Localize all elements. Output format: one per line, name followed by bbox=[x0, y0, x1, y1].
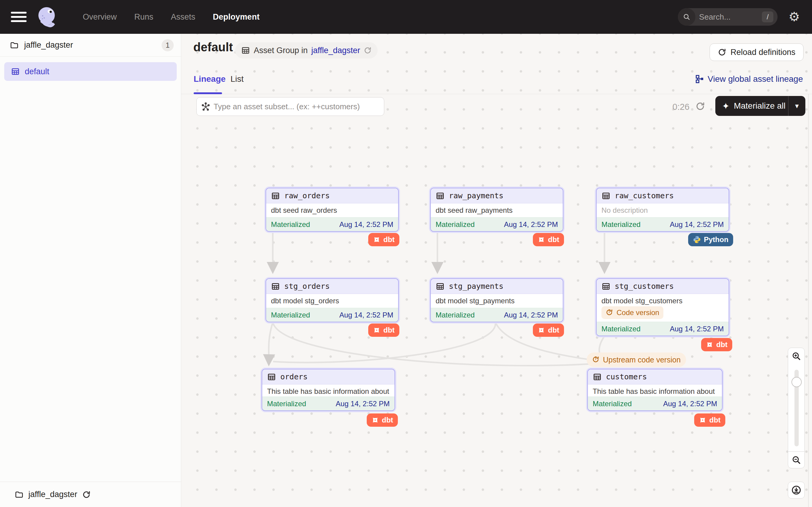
table-icon bbox=[601, 191, 611, 201]
python-logo-icon bbox=[693, 236, 701, 243]
materialized-time: Aug 14, 2:52 PM bbox=[663, 400, 717, 408]
asset-group-icon bbox=[241, 46, 250, 55]
dbt-logo-icon bbox=[538, 236, 545, 243]
sidebar-group-jaffle-dagster[interactable]: jaffle_dagster 1 bbox=[0, 34, 181, 57]
search-icon bbox=[678, 8, 695, 25]
materialize-all-label: Materialize all bbox=[734, 101, 785, 111]
nav-deployment[interactable]: Deployment bbox=[213, 12, 260, 22]
asset-description: dbt seed raw_payments bbox=[436, 206, 558, 215]
upstream-code-version-chip: ! Upstream code version bbox=[587, 352, 686, 367]
folder-icon bbox=[14, 490, 23, 499]
code-version-label: Code version bbox=[617, 308, 659, 317]
code-version-chip: ! Code version bbox=[601, 306, 663, 319]
asset-group-breadcrumb: Asset Group in jaffle_dagster bbox=[235, 42, 377, 59]
code-version-icon: ! bbox=[606, 309, 614, 317]
zoom-out-button[interactable] bbox=[788, 451, 805, 468]
global-search[interactable]: / bbox=[678, 8, 777, 25]
asset-subset-input[interactable] bbox=[214, 102, 379, 111]
asset-group-icon bbox=[11, 67, 20, 76]
python-kind-badge[interactable]: Python bbox=[688, 233, 733, 246]
kind-label: dbt bbox=[716, 340, 727, 349]
zoom-slider-thumb[interactable] bbox=[792, 377, 802, 387]
upstream-code-version-label: Upstream code version bbox=[603, 355, 680, 364]
asset-description: No description bbox=[601, 206, 724, 215]
zoom-slider[interactable] bbox=[788, 364, 805, 452]
zoom-in-button[interactable] bbox=[788, 348, 805, 364]
asset-node-raw-payments[interactable]: raw_payments dbt seed raw_payments Mater… bbox=[430, 188, 563, 232]
dbt-kind-badge[interactable]: dbt bbox=[694, 413, 725, 427]
asset-lineage-panel: default Asset Group in jaffle_dagster Re… bbox=[181, 34, 812, 507]
asset-node-raw-orders[interactable]: raw_orders dbt seed raw_orders Materiali… bbox=[265, 188, 399, 232]
view-global-label: View global asset lineage bbox=[708, 74, 803, 84]
dbt-kind-badge[interactable]: dbt bbox=[533, 324, 564, 337]
materialize-options-caret[interactable]: ▾ bbox=[789, 102, 805, 110]
asset-name: raw_orders bbox=[284, 191, 330, 200]
asset-name: stg_customers bbox=[615, 282, 674, 291]
nav-assets[interactable]: Assets bbox=[171, 12, 195, 22]
materialized-time: Aug 14, 2:52 PM bbox=[336, 400, 390, 408]
tab-list[interactable]: List bbox=[231, 74, 244, 84]
menu-icon[interactable] bbox=[11, 12, 27, 22]
asset-node-customers[interactable]: customers This table has basic informati… bbox=[587, 369, 723, 411]
dagster-logo-icon[interactable] bbox=[35, 4, 60, 30]
materialized-status: Materialized bbox=[601, 325, 641, 333]
sidebar-item-label: default bbox=[25, 67, 49, 76]
materialize-all-button[interactable]: ✦ Materialize all ▾ bbox=[715, 96, 805, 116]
materialized-status: Materialized bbox=[271, 311, 310, 319]
materialized-time: Aug 14, 2:52 PM bbox=[670, 220, 724, 229]
materialized-status: Materialized bbox=[436, 220, 474, 229]
sidebar-item-default[interactable]: default bbox=[4, 62, 177, 81]
asset-description: dbt model stg_payments bbox=[436, 297, 558, 305]
asset-description: dbt model stg_orders bbox=[271, 297, 393, 305]
materialized-time: Aug 14, 2:52 PM bbox=[339, 311, 393, 319]
search-input[interactable] bbox=[699, 12, 753, 22]
kind-label: dbt bbox=[548, 235, 559, 244]
table-icon bbox=[601, 282, 611, 291]
refresh-icon bbox=[718, 48, 726, 56]
nav-runs[interactable]: Runs bbox=[135, 12, 153, 22]
asset-groups-sidebar: jaffle_dagster 1 default jaffle_dagster bbox=[0, 34, 181, 507]
group-count-badge: 1 bbox=[162, 39, 174, 51]
dbt-logo-icon bbox=[699, 416, 706, 424]
table-icon bbox=[436, 191, 445, 201]
dbt-logo-icon bbox=[373, 327, 380, 334]
asset-node-stg-payments[interactable]: stg_payments dbt model stg_payments Mate… bbox=[430, 278, 563, 322]
graph-refresh-icon[interactable] bbox=[695, 101, 705, 112]
nav-overview[interactable]: Overview bbox=[83, 12, 117, 22]
tab-lineage[interactable]: Lineage bbox=[194, 74, 226, 84]
breadcrumb-repo-link[interactable]: jaffle_dagster bbox=[311, 46, 360, 55]
view-global-asset-lineage-link[interactable]: View global asset lineage bbox=[695, 74, 803, 84]
kind-label: dbt bbox=[382, 416, 393, 424]
asset-description: dbt model stg_customers bbox=[601, 297, 724, 305]
download-icon bbox=[791, 485, 801, 495]
download-graph-button[interactable] bbox=[788, 482, 805, 499]
dbt-kind-badge[interactable]: dbt bbox=[533, 233, 564, 246]
dbt-kind-badge[interactable]: dbt bbox=[367, 413, 398, 427]
table-icon bbox=[436, 282, 445, 291]
dbt-kind-badge[interactable]: dbt bbox=[368, 233, 399, 246]
asset-node-raw-customers[interactable]: raw_customers No description Materialize… bbox=[596, 188, 729, 232]
table-icon bbox=[271, 191, 280, 201]
asset-description: dbt seed raw_orders bbox=[271, 206, 393, 215]
reload-definitions-button[interactable]: Reload definitions bbox=[710, 44, 804, 61]
reload-location-icon[interactable] bbox=[82, 490, 91, 499]
materialized-status: Materialized bbox=[601, 220, 641, 229]
panel-edge-divider bbox=[808, 94, 809, 507]
materialized-time: Aug 14, 2:52 PM bbox=[339, 220, 393, 229]
settings-gear-icon[interactable]: ⚙ bbox=[789, 11, 800, 23]
page-title: default bbox=[193, 41, 233, 54]
asset-graph-filter-icon bbox=[201, 102, 210, 111]
zoom-in-icon bbox=[792, 351, 801, 361]
asset-node-orders[interactable]: orders This table has basic information … bbox=[262, 369, 395, 411]
refresh-icon[interactable] bbox=[364, 47, 371, 54]
dbt-kind-badge[interactable]: dbt bbox=[368, 324, 399, 337]
asset-node-stg-orders[interactable]: stg_orders dbt model stg_orders Material… bbox=[265, 278, 399, 322]
asset-name: stg_orders bbox=[284, 282, 330, 291]
asset-node-stg-customers[interactable]: stg_customers dbt model stg_customers ! … bbox=[596, 278, 729, 336]
dbt-kind-badge[interactable]: dbt bbox=[701, 338, 732, 351]
dbt-logo-icon bbox=[371, 416, 379, 424]
materialized-status: Materialized bbox=[436, 311, 474, 319]
top-nav: Overview Runs Assets Deployment / ⚙ bbox=[0, 0, 812, 34]
materialized-time: Aug 14, 2:52 PM bbox=[504, 311, 558, 319]
asset-subset-filter[interactable] bbox=[196, 97, 384, 116]
